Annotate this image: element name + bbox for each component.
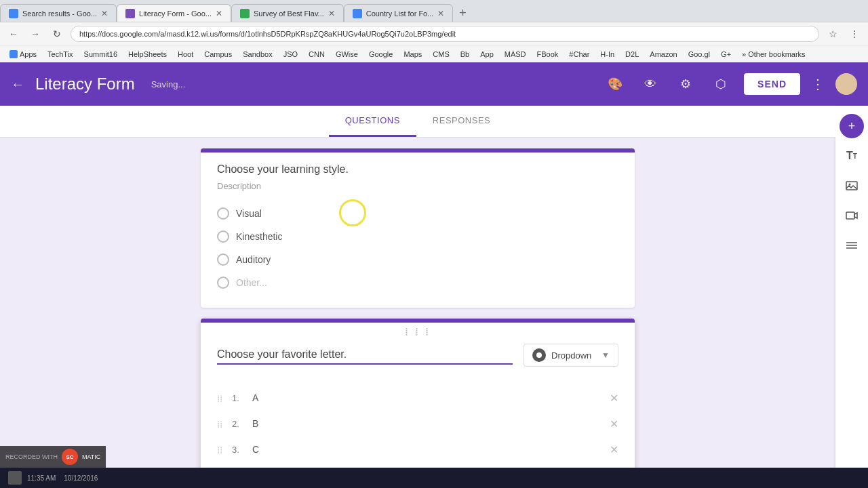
tab-survey[interactable]: Survey of Best Flav... ✕ xyxy=(231,4,344,22)
radio-other[interactable] xyxy=(217,277,229,289)
bookmark-bb[interactable]: Bb xyxy=(456,49,473,60)
bookmark-apps[interactable]: Apps xyxy=(5,49,41,60)
learning-style-title: Choose your learning style. xyxy=(217,163,618,176)
learning-style-card: Choose your learning style. Description … xyxy=(201,148,635,308)
bookmark-cnn[interactable]: CNN xyxy=(304,49,329,60)
bookmark-fbook[interactable]: FBook xyxy=(533,49,563,60)
saving-status: Saving... xyxy=(151,79,186,89)
tab-label-country: Country List for Fo... xyxy=(366,9,434,18)
add-title-button[interactable]: TT xyxy=(840,144,864,168)
answer-option-1: ⁞⁞ 1. A ✕ xyxy=(201,386,635,411)
drag-handle-option-2[interactable]: ⁞⁞ xyxy=(217,419,222,430)
option-value-3[interactable]: C xyxy=(252,441,603,458)
tab-label-survey: Survey of Best Flav... xyxy=(254,9,324,18)
bookmark-hin[interactable]: H-In xyxy=(596,49,618,60)
new-tab-button[interactable]: + xyxy=(453,4,472,22)
screencast-badge: RECORDED WITH SC MATIC xyxy=(0,446,106,468)
bookmark-jso[interactable]: JSO xyxy=(279,49,302,60)
bookmark-techtix[interactable]: TechTix xyxy=(43,49,77,60)
label-kinesthetic: Kinesthetic xyxy=(236,231,282,242)
bookmark-maps[interactable]: Maps xyxy=(399,49,426,60)
label-visual: Visual xyxy=(236,208,262,219)
preview-button[interactable]: 👁 xyxy=(638,72,663,96)
dropdown-type-icon xyxy=(532,348,546,362)
tab-search[interactable]: Search results - Goo... ✕ xyxy=(0,4,117,22)
add-video-button[interactable] xyxy=(840,203,864,228)
radio-visual[interactable] xyxy=(217,207,229,220)
url-text: https://docs.google.com/a/masd.k12.wi.us… xyxy=(79,30,456,38)
question-type-dropdown[interactable]: Dropdown ▼ xyxy=(524,344,618,367)
user-avatar[interactable] xyxy=(835,73,857,95)
bookmark-googl[interactable]: Goo.gl xyxy=(684,49,714,60)
tab-questions[interactable]: QUESTIONS xyxy=(329,106,416,137)
tab-close-survey[interactable]: ✕ xyxy=(328,9,335,18)
tab-close-literacy[interactable]: ✕ xyxy=(216,9,222,18)
bookmark-gplus[interactable]: G+ xyxy=(717,49,735,60)
svg-rect-0 xyxy=(846,182,857,190)
delete-option-3[interactable]: ✕ xyxy=(610,443,618,456)
delete-option-1[interactable]: ✕ xyxy=(610,392,618,405)
delete-option-2[interactable]: ✕ xyxy=(610,418,618,430)
bookmark-cms[interactable]: CMS xyxy=(429,49,453,60)
option-auditory: Auditory xyxy=(217,248,618,271)
url-bar[interactable]: https://docs.google.com/a/masd.k12.wi.us… xyxy=(71,26,819,42)
add-image-button[interactable] xyxy=(840,174,864,198)
tab-label-search: Search results - Goo... xyxy=(22,9,97,18)
send-button[interactable]: SEND xyxy=(744,73,800,95)
tab-bar: Search results - Goo... ✕ Literacy Form … xyxy=(0,0,868,22)
bookmark-sandbox[interactable]: Sandbox xyxy=(239,49,276,60)
settings-button[interactable]: ⚙ xyxy=(673,72,698,96)
reload-button[interactable]: ↻ xyxy=(49,26,65,42)
label-auditory: Auditory xyxy=(236,254,271,265)
option-kinesthetic: Kinesthetic xyxy=(217,225,618,248)
tab-close-search[interactable]: ✕ xyxy=(101,9,108,18)
drag-handle[interactable]: ⁞ ⁞ ⁞ xyxy=(201,323,635,344)
tab-responses[interactable]: RESPONSES xyxy=(416,106,507,137)
add-question-button[interactable]: + xyxy=(840,114,864,138)
tab-favicon-country xyxy=(353,9,362,18)
bookmark-char[interactable]: #Char xyxy=(565,49,593,60)
tab-close-country[interactable]: ✕ xyxy=(437,9,444,18)
bookmark-google[interactable]: Google xyxy=(365,49,397,60)
tab-literacy[interactable]: Literacy Form - Goo... ✕ xyxy=(117,4,231,22)
back-button[interactable]: ← xyxy=(5,26,22,42)
start-icon[interactable] xyxy=(8,471,22,485)
add-section-button[interactable] xyxy=(840,233,864,258)
option-value-1[interactable]: A xyxy=(252,390,603,407)
option-num-2: 2. xyxy=(232,419,245,429)
svg-rect-2 xyxy=(846,212,854,219)
tab-country[interactable]: Country List for Fo... ✕ xyxy=(344,4,454,22)
drag-handle-option-1[interactable]: ⁞⁞ xyxy=(217,393,222,404)
option-value-2[interactable]: B xyxy=(252,415,603,432)
learning-style-description: Description xyxy=(217,181,618,191)
addons-button[interactable]: ⬡ xyxy=(709,72,733,96)
answer-option-2: ⁞⁞ 2. B ✕ xyxy=(201,411,635,437)
browser-chrome: Search results - Goo... ✕ Literacy Form … xyxy=(0,0,868,62)
favorite-letter-card: ⁞ ⁞ ⁞ Dropdown ▼ ⁞⁞ 1. A xyxy=(201,319,635,488)
extensions-button[interactable]: ⋮ xyxy=(846,26,863,42)
question-title-input[interactable] xyxy=(217,346,513,365)
bookmark-hoot[interactable]: Hoot xyxy=(174,49,197,60)
screencast-logo: SC xyxy=(62,449,78,465)
bookmark-summit16[interactable]: Summit16 xyxy=(80,49,122,60)
customize-theme-button[interactable]: 🎨 xyxy=(603,72,627,96)
taskbar: 11:35 AM 10/12/2016 xyxy=(0,468,868,488)
bookmark-amazon[interactable]: Amazon xyxy=(646,49,681,60)
bookmark-campus[interactable]: Campus xyxy=(200,49,236,60)
radio-kinesthetic[interactable] xyxy=(217,230,229,243)
bookmark-helpsheets[interactable]: HelpSheets xyxy=(124,49,171,60)
forward-button[interactable]: → xyxy=(27,26,43,42)
bookmark-app[interactable]: App xyxy=(476,49,498,60)
bookmark-d2l[interactable]: D2L xyxy=(621,49,643,60)
bookmark-other[interactable]: » Other bookmarks xyxy=(738,49,810,60)
bookmark-gwise[interactable]: GWise xyxy=(332,49,362,60)
bookmark-masd[interactable]: MASD xyxy=(500,49,530,60)
back-to-forms-button[interactable]: ← xyxy=(11,77,24,92)
radio-auditory[interactable] xyxy=(217,253,229,266)
more-options-button[interactable]: ⋮ xyxy=(811,76,825,92)
chevron-down-icon: ▼ xyxy=(601,350,610,360)
bookmark-button[interactable]: ☆ xyxy=(825,26,841,42)
taskbar-time: 11:35 AM xyxy=(27,474,56,482)
main-area: QUESTIONS RESPONSES Choose your learning… xyxy=(0,106,868,488)
drag-handle-option-3[interactable]: ⁞⁞ xyxy=(217,445,222,455)
